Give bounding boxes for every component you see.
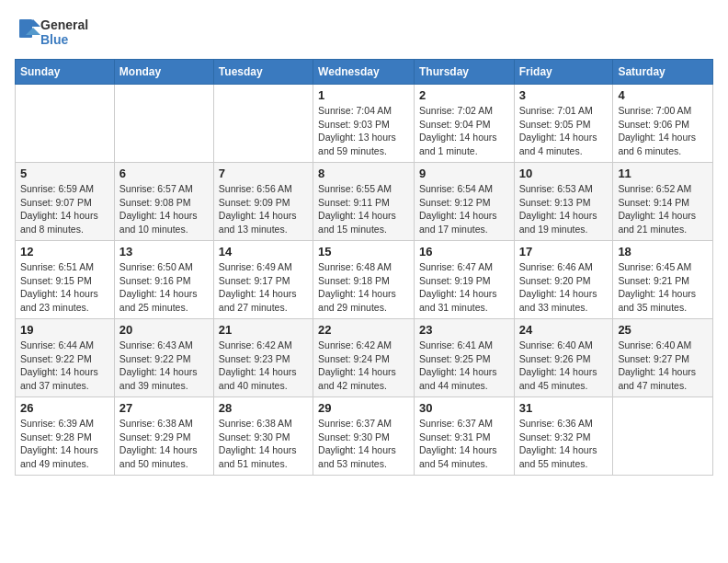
week-row-4: 19Sunrise: 6:44 AMSunset: 9:22 PMDayligh… <box>16 319 713 397</box>
day-number: 11 <box>618 167 708 180</box>
day-cell: 27Sunrise: 6:38 AMSunset: 9:29 PMDayligh… <box>114 397 213 476</box>
day-cell: 7Sunrise: 6:56 AMSunset: 9:09 PMDaylight… <box>213 163 313 241</box>
day-info: Sunrise: 6:44 AMSunset: 9:22 PMDaylight:… <box>20 339 109 393</box>
day-info: Sunrise: 6:43 AMSunset: 9:22 PMDaylight:… <box>119 339 209 393</box>
day-cell: 8Sunrise: 6:55 AMSunset: 9:11 PMDaylight… <box>313 163 415 241</box>
day-info: Sunrise: 6:55 AMSunset: 9:11 PMDaylight:… <box>318 182 409 236</box>
day-info: Sunrise: 6:49 AMSunset: 9:17 PMDaylight:… <box>219 260 308 315</box>
day-cell: 16Sunrise: 6:47 AMSunset: 9:19 PMDayligh… <box>414 241 514 319</box>
day-cell: 24Sunrise: 6:40 AMSunset: 9:26 PMDayligh… <box>514 319 613 397</box>
day-number: 15 <box>318 245 409 259</box>
day-cell <box>114 85 213 163</box>
day-info: Sunrise: 6:46 AMSunset: 9:20 PMDaylight:… <box>519 260 609 315</box>
day-number: 8 <box>318 167 409 180</box>
day-info: Sunrise: 6:40 AMSunset: 9:26 PMDaylight:… <box>519 339 609 393</box>
day-cell: 3Sunrise: 7:01 AMSunset: 9:05 PMDaylight… <box>514 85 613 163</box>
day-number: 1 <box>318 88 409 102</box>
day-number: 18 <box>618 245 708 259</box>
day-cell: 9Sunrise: 6:54 AMSunset: 9:12 PMDaylight… <box>414 163 514 241</box>
day-number: 29 <box>318 401 409 415</box>
day-info: Sunrise: 7:04 AMSunset: 9:03 PMDaylight:… <box>318 104 409 158</box>
day-info: Sunrise: 6:38 AMSunset: 9:29 PMDaylight:… <box>119 417 209 471</box>
day-cell: 26Sunrise: 6:39 AMSunset: 9:28 PMDayligh… <box>16 397 115 476</box>
header-sunday: Sunday <box>16 60 115 85</box>
day-info: Sunrise: 6:53 AMSunset: 9:13 PMDaylight:… <box>519 182 609 236</box>
day-number: 6 <box>119 167 209 180</box>
day-info: Sunrise: 6:47 AMSunset: 9:19 PMDaylight:… <box>419 260 509 315</box>
week-row-1: 1Sunrise: 7:04 AMSunset: 9:03 PMDaylight… <box>16 85 713 163</box>
day-number: 13 <box>119 245 209 259</box>
day-info: Sunrise: 6:39 AMSunset: 9:28 PMDaylight:… <box>20 417 109 471</box>
day-cell: 11Sunrise: 6:52 AMSunset: 9:14 PMDayligh… <box>613 163 713 241</box>
day-cell: 12Sunrise: 6:51 AMSunset: 9:15 PMDayligh… <box>16 241 115 319</box>
day-cell <box>213 85 313 163</box>
day-info: Sunrise: 6:54 AMSunset: 9:12 PMDaylight:… <box>419 182 509 236</box>
day-number: 30 <box>419 401 509 415</box>
header-thursday: Thursday <box>414 60 514 85</box>
day-number: 28 <box>219 401 308 415</box>
day-number: 22 <box>318 323 409 337</box>
svg-text:Blue: Blue <box>40 32 69 47</box>
day-info: Sunrise: 6:51 AMSunset: 9:15 PMDaylight:… <box>20 260 109 315</box>
day-cell: 18Sunrise: 6:45 AMSunset: 9:21 PMDayligh… <box>613 241 713 319</box>
header-monday: Monday <box>114 60 213 85</box>
day-number: 2 <box>419 88 509 102</box>
day-number: 26 <box>20 401 109 415</box>
logo: General Blue <box>15 15 107 52</box>
day-info: Sunrise: 6:40 AMSunset: 9:27 PMDaylight:… <box>618 339 708 393</box>
calendar-header-row: SundayMondayTuesdayWednesdayThursdayFrid… <box>16 60 713 85</box>
day-info: Sunrise: 6:37 AMSunset: 9:31 PMDaylight:… <box>419 417 509 471</box>
day-info: Sunrise: 6:59 AMSunset: 9:07 PMDaylight:… <box>20 182 109 236</box>
day-number: 16 <box>419 245 509 259</box>
svg-text:General: General <box>40 17 88 32</box>
day-number: 14 <box>219 245 308 259</box>
day-cell: 1Sunrise: 7:04 AMSunset: 9:03 PMDaylight… <box>313 85 415 163</box>
day-cell <box>613 397 713 476</box>
day-cell: 21Sunrise: 6:42 AMSunset: 9:23 PMDayligh… <box>213 319 313 397</box>
logo-svg: General Blue <box>15 15 107 52</box>
day-number: 10 <box>519 167 609 180</box>
day-cell: 5Sunrise: 6:59 AMSunset: 9:07 PMDaylight… <box>16 163 115 241</box>
day-cell: 30Sunrise: 6:37 AMSunset: 9:31 PMDayligh… <box>414 397 514 476</box>
day-info: Sunrise: 6:36 AMSunset: 9:32 PMDaylight:… <box>519 417 609 471</box>
day-cell: 14Sunrise: 6:49 AMSunset: 9:17 PMDayligh… <box>213 241 313 319</box>
day-number: 5 <box>20 167 109 180</box>
day-info: Sunrise: 7:01 AMSunset: 9:05 PMDaylight:… <box>519 104 609 158</box>
header-saturday: Saturday <box>613 60 713 85</box>
day-info: Sunrise: 6:50 AMSunset: 9:16 PMDaylight:… <box>119 260 209 315</box>
day-number: 24 <box>519 323 609 337</box>
day-cell: 10Sunrise: 6:53 AMSunset: 9:13 PMDayligh… <box>514 163 613 241</box>
week-row-2: 5Sunrise: 6:59 AMSunset: 9:07 PMDaylight… <box>16 163 713 241</box>
calendar-table: SundayMondayTuesdayWednesdayThursdayFrid… <box>15 59 713 476</box>
day-cell: 28Sunrise: 6:38 AMSunset: 9:30 PMDayligh… <box>213 397 313 476</box>
day-number: 9 <box>419 167 509 180</box>
day-number: 20 <box>119 323 209 337</box>
day-info: Sunrise: 6:57 AMSunset: 9:08 PMDaylight:… <box>119 182 209 236</box>
day-cell: 15Sunrise: 6:48 AMSunset: 9:18 PMDayligh… <box>313 241 415 319</box>
day-info: Sunrise: 7:00 AMSunset: 9:06 PMDaylight:… <box>618 104 708 158</box>
day-info: Sunrise: 6:42 AMSunset: 9:23 PMDaylight:… <box>219 339 308 393</box>
header-tuesday: Tuesday <box>213 60 313 85</box>
header-wednesday: Wednesday <box>313 60 415 85</box>
day-cell: 20Sunrise: 6:43 AMSunset: 9:22 PMDayligh… <box>114 319 213 397</box>
week-row-5: 26Sunrise: 6:39 AMSunset: 9:28 PMDayligh… <box>16 397 713 476</box>
day-cell: 22Sunrise: 6:42 AMSunset: 9:24 PMDayligh… <box>313 319 415 397</box>
day-cell: 29Sunrise: 6:37 AMSunset: 9:30 PMDayligh… <box>313 397 415 476</box>
day-number: 25 <box>618 323 708 337</box>
day-cell: 13Sunrise: 6:50 AMSunset: 9:16 PMDayligh… <box>114 241 213 319</box>
day-number: 7 <box>219 167 308 180</box>
day-cell: 2Sunrise: 7:02 AMSunset: 9:04 PMDaylight… <box>414 85 514 163</box>
day-info: Sunrise: 6:48 AMSunset: 9:18 PMDaylight:… <box>318 260 409 315</box>
day-info: Sunrise: 6:41 AMSunset: 9:25 PMDaylight:… <box>419 339 509 393</box>
day-cell: 31Sunrise: 6:36 AMSunset: 9:32 PMDayligh… <box>514 397 613 476</box>
day-cell: 4Sunrise: 7:00 AMSunset: 9:06 PMDaylight… <box>613 85 713 163</box>
day-info: Sunrise: 6:56 AMSunset: 9:09 PMDaylight:… <box>219 182 308 236</box>
day-number: 4 <box>618 88 708 102</box>
day-number: 27 <box>119 401 209 415</box>
day-cell: 6Sunrise: 6:57 AMSunset: 9:08 PMDaylight… <box>114 163 213 241</box>
page-header: General Blue <box>15 15 713 52</box>
week-row-3: 12Sunrise: 6:51 AMSunset: 9:15 PMDayligh… <box>16 241 713 319</box>
day-info: Sunrise: 6:52 AMSunset: 9:14 PMDaylight:… <box>618 182 708 236</box>
day-info: Sunrise: 6:45 AMSunset: 9:21 PMDaylight:… <box>618 260 708 315</box>
day-info: Sunrise: 6:38 AMSunset: 9:30 PMDaylight:… <box>219 417 308 471</box>
